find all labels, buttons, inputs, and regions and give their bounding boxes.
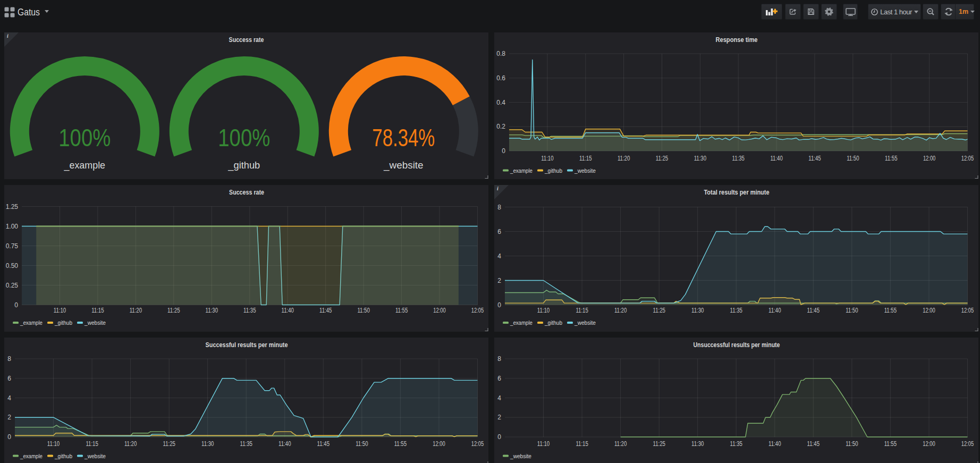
svg-text:11:45: 11:45	[808, 155, 821, 162]
svg-text:_website: _website	[84, 319, 106, 326]
svg-text:11:25: 11:25	[656, 155, 669, 162]
svg-text:11:55: 11:55	[885, 155, 898, 162]
svg-text:12:00: 12:00	[433, 440, 445, 448]
svg-text:11:15: 11:15	[579, 155, 592, 162]
svg-text:11:40: 11:40	[278, 440, 291, 448]
svg-text:_website: _website	[574, 319, 596, 326]
svg-text:12:00: 12:00	[433, 307, 446, 314]
svg-text:2: 2	[7, 414, 11, 421]
svg-text:11:10: 11:10	[54, 307, 66, 314]
svg-text:11:20: 11:20	[618, 155, 630, 162]
svg-text:1.00: 1.00	[6, 223, 19, 230]
svg-text:11:55: 11:55	[394, 440, 407, 448]
svg-text:Total results per minute: Total results per minute	[704, 189, 770, 196]
svg-text:Successful results per minute: Successful results per minute	[206, 341, 288, 349]
svg-text:6: 6	[497, 228, 501, 235]
svg-text:11:35: 11:35	[730, 440, 743, 448]
svg-text:1.25: 1.25	[6, 203, 19, 211]
svg-text:11:55: 11:55	[395, 307, 408, 314]
svg-text:11:50: 11:50	[356, 440, 368, 448]
svg-text:11:15: 11:15	[91, 307, 104, 314]
svg-text:11:50: 11:50	[847, 155, 859, 162]
svg-text:100%: 100%	[218, 124, 270, 151]
svg-text:_github: _github	[544, 319, 562, 326]
svg-text:_website: _website	[510, 453, 531, 459]
svg-text:0.8: 0.8	[496, 50, 505, 57]
svg-text:11:30: 11:30	[206, 307, 218, 314]
svg-text:11:10: 11:10	[541, 155, 554, 162]
svg-text:0.2: 0.2	[496, 123, 505, 130]
svg-text:_github: _github	[544, 167, 562, 174]
svg-text:6: 6	[7, 375, 11, 382]
svg-text:6: 6	[497, 375, 501, 382]
svg-text:8: 8	[497, 355, 501, 363]
svg-text:11:30: 11:30	[691, 307, 704, 314]
svg-text:11:35: 11:35	[732, 155, 745, 162]
svg-text:11:20: 11:20	[614, 307, 627, 314]
svg-text:0: 0	[497, 433, 501, 441]
svg-text:11:45: 11:45	[807, 440, 820, 448]
svg-text:_example: _example	[510, 319, 533, 326]
svg-text:0: 0	[497, 301, 501, 309]
svg-text:11:10: 11:10	[537, 440, 550, 448]
svg-text:0.75: 0.75	[6, 242, 19, 250]
svg-text:0.50: 0.50	[6, 262, 19, 270]
svg-text:11:20: 11:20	[124, 440, 137, 448]
svg-text:11:50: 11:50	[846, 307, 858, 314]
svg-text:11:20: 11:20	[614, 440, 627, 448]
svg-text:11:30: 11:30	[201, 440, 214, 448]
svg-text:11:40: 11:40	[768, 307, 781, 314]
svg-text:2: 2	[497, 277, 501, 284]
svg-text:_github: _github	[54, 453, 72, 459]
svg-text:78.34%: 78.34%	[372, 124, 435, 151]
svg-text:0: 0	[14, 301, 18, 309]
svg-text:11:25: 11:25	[653, 440, 666, 448]
svg-text:0.4: 0.4	[496, 99, 505, 106]
svg-text:0.25: 0.25	[6, 282, 19, 289]
svg-text:11:50: 11:50	[846, 440, 858, 448]
svg-text:11:40: 11:40	[282, 307, 294, 314]
svg-text:4: 4	[7, 394, 11, 402]
svg-text:Success rate: Success rate	[229, 36, 264, 44]
svg-text:11:40: 11:40	[770, 155, 783, 162]
svg-text:11:30: 11:30	[694, 155, 707, 162]
svg-text:11:55: 11:55	[884, 307, 897, 314]
svg-text:11:15: 11:15	[86, 440, 98, 448]
svg-text:11:35: 11:35	[730, 307, 743, 314]
svg-text:11:10: 11:10	[47, 440, 60, 448]
svg-text:12:05: 12:05	[471, 440, 484, 448]
svg-text:11:10: 11:10	[537, 307, 550, 314]
svg-text:_website: _website	[383, 159, 424, 171]
svg-text:11:35: 11:35	[243, 307, 256, 314]
svg-text:11:45: 11:45	[317, 440, 330, 448]
svg-text:0: 0	[7, 433, 11, 441]
svg-text:11:50: 11:50	[357, 307, 370, 314]
svg-text:_github: _github	[227, 159, 260, 171]
svg-text:Success rate: Success rate	[229, 189, 264, 196]
svg-text:2: 2	[497, 414, 501, 421]
svg-text:0.6: 0.6	[496, 74, 505, 82]
svg-text:8: 8	[497, 204, 501, 211]
svg-text:_website: _website	[574, 167, 596, 174]
svg-text:12:00: 12:00	[923, 440, 935, 448]
svg-text:12:05: 12:05	[961, 307, 974, 314]
svg-text:11:25: 11:25	[163, 440, 176, 448]
svg-text:Unsuccessful results per minut: Unsuccessful results per minute	[694, 341, 780, 349]
svg-text:_example: _example	[64, 159, 105, 171]
svg-text:11:45: 11:45	[319, 307, 332, 314]
svg-text:_example: _example	[20, 319, 43, 326]
svg-text:12:00: 12:00	[923, 307, 935, 314]
svg-text:11:45: 11:45	[807, 307, 820, 314]
svg-text:11:30: 11:30	[691, 440, 704, 448]
svg-text:11:25: 11:25	[653, 307, 666, 314]
svg-text:12:00: 12:00	[923, 155, 936, 162]
svg-text:11:15: 11:15	[576, 307, 588, 314]
svg-text:12:05: 12:05	[471, 307, 484, 314]
svg-text:11:25: 11:25	[167, 307, 180, 314]
svg-text:11:35: 11:35	[240, 440, 253, 448]
svg-text:4: 4	[497, 252, 501, 260]
svg-text:Response time: Response time	[716, 36, 758, 44]
svg-text:11:15: 11:15	[576, 440, 588, 448]
svg-text:4: 4	[497, 394, 501, 402]
svg-text:0: 0	[502, 147, 505, 155]
